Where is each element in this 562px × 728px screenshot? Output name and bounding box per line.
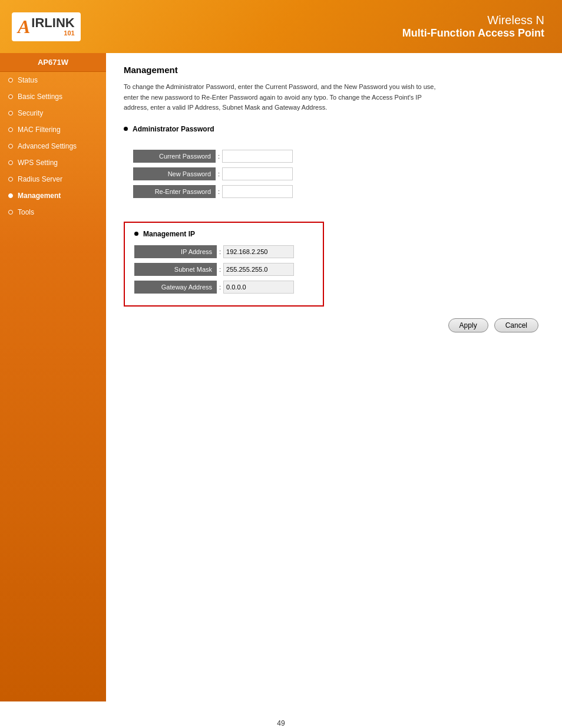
logo-a-letter: A: [18, 16, 30, 38]
bullet-basic-settings: [8, 94, 13, 99]
logo-101: 101: [31, 29, 74, 37]
sidebar-item-tools[interactable]: Tools: [0, 204, 106, 220]
gateway-address-row: Gateway Address :: [134, 281, 313, 294]
admin-password-header: Administrator Password: [124, 125, 544, 133]
layout: AP671W Status Basic Settings Security MA…: [0, 53, 562, 701]
device-name: AP671W: [0, 53, 106, 72]
admin-bullet: [124, 127, 128, 131]
colon1: :: [218, 153, 220, 160]
logo-rlink: IRLINK: [31, 17, 74, 29]
subnet-mask-row: Subnet Mask :: [134, 263, 313, 276]
ip-address-input[interactable]: [223, 245, 294, 258]
sidebar-label-advanced-settings: Advanced Settings: [18, 142, 77, 150]
main-content: Management To change the Administrator P…: [106, 53, 562, 701]
sidebar-item-wps-setting[interactable]: WPS Setting: [0, 154, 106, 171]
current-password-label: Current Password: [133, 150, 216, 163]
new-password-row: New Password :: [133, 167, 315, 180]
gateway-address-input[interactable]: [223, 281, 294, 294]
admin-password-title: Administrator Password: [133, 125, 214, 133]
buttons-row: Apply Cancel: [124, 318, 544, 332]
logo-box: A IRLINK 101: [12, 12, 81, 41]
sidebar-label-radius-server: Radius Server: [18, 175, 62, 183]
sidebar-item-management[interactable]: Management: [0, 187, 106, 204]
page-number: 49: [277, 719, 285, 727]
sidebar-item-mac-filtering[interactable]: MAC Filtering: [0, 121, 106, 138]
header: A IRLINK 101 Wireless N Multi-Function A…: [0, 0, 562, 53]
current-password-row: Current Password :: [133, 150, 315, 163]
password-box: Current Password : New Password : Re-Ent…: [124, 145, 324, 207]
ip-address-row: IP Address :: [134, 245, 313, 258]
current-password-input[interactable]: [222, 150, 293, 163]
ip-address-label: IP Address: [134, 245, 217, 258]
new-password-input[interactable]: [222, 167, 293, 180]
sidebar-label-management: Management: [18, 192, 61, 200]
apply-button[interactable]: Apply: [448, 318, 488, 332]
header-title: Wireless N Multi-Function Access Point: [402, 14, 544, 39]
management-ip-header: Management IP: [134, 230, 313, 238]
sidebar-label-mac-filtering: MAC Filtering: [18, 126, 61, 134]
colon4: :: [219, 248, 221, 255]
reenter-password-label: Re-Enter Password: [133, 185, 216, 198]
bullet-status: [8, 78, 13, 83]
sidebar-item-radius-server[interactable]: Radius Server: [0, 171, 106, 187]
colon6: :: [219, 284, 221, 291]
header-title-line1: Wireless N: [402, 14, 544, 27]
sidebar-item-status[interactable]: Status: [0, 72, 106, 88]
sidebar-label-status: Status: [18, 76, 38, 84]
header-title-line2: Multi-Function Access Point: [402, 27, 544, 39]
sidebar-item-basic-settings[interactable]: Basic Settings: [0, 88, 106, 105]
sidebar-label-basic-settings: Basic Settings: [18, 93, 62, 101]
sidebar-item-security[interactable]: Security: [0, 105, 106, 121]
admin-password-section: Administrator Password Current Password …: [124, 125, 544, 207]
bullet-tools: [8, 210, 13, 215]
gateway-address-label: Gateway Address: [134, 281, 217, 294]
subnet-mask-label: Subnet Mask: [134, 263, 217, 276]
new-password-label: New Password: [133, 167, 216, 180]
sidebar-item-advanced-settings[interactable]: Advanced Settings: [0, 138, 106, 154]
page-title: Management: [124, 65, 544, 75]
bullet-management: [8, 193, 13, 198]
management-ip-section: Management IP IP Address : Subnet Mask :: [124, 217, 544, 307]
bullet-mac-filtering: [8, 127, 13, 132]
bullet-advanced-settings: [8, 144, 13, 149]
management-ip-box: Management IP IP Address : Subnet Mask :: [124, 222, 324, 307]
colon3: :: [218, 188, 220, 195]
sidebar: AP671W Status Basic Settings Security MA…: [0, 53, 106, 701]
footer: 49: [0, 701, 562, 728]
reenter-password-input[interactable]: [222, 185, 293, 198]
reenter-password-row: Re-Enter Password :: [133, 185, 315, 198]
sidebar-label-security: Security: [18, 109, 43, 117]
colon5: :: [219, 266, 221, 273]
logo: A IRLINK 101: [12, 12, 81, 41]
bullet-wps-setting: [8, 160, 13, 165]
colon2: :: [218, 170, 220, 177]
description: To change the Administrator Password, en…: [124, 82, 442, 113]
logo-text: IRLINK 101: [31, 17, 74, 37]
bullet-security: [8, 111, 13, 116]
cancel-button[interactable]: Cancel: [494, 318, 538, 332]
bullet-radius-server: [8, 177, 13, 182]
management-ip-title: Management IP: [143, 230, 195, 238]
sidebar-label-wps-setting: WPS Setting: [18, 159, 58, 167]
sidebar-label-tools: Tools: [18, 208, 34, 216]
subnet-mask-input[interactable]: [223, 263, 294, 276]
management-ip-bullet: [134, 232, 138, 236]
